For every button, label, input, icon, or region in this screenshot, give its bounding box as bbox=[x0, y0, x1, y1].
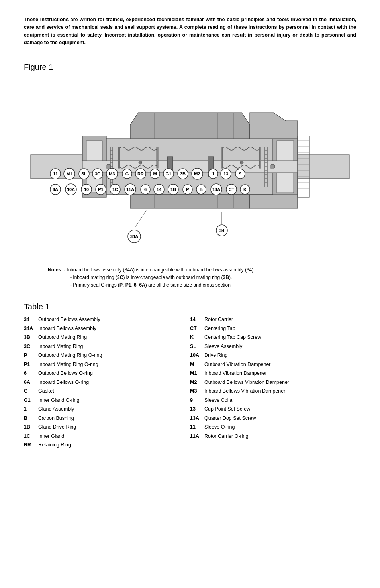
part-desc: Inner Gland O-ring bbox=[38, 397, 80, 404]
part-desc: Cup Point Set Screw bbox=[204, 406, 250, 413]
table-row: 11ARotor Carrier O-ring bbox=[190, 433, 348, 440]
part-desc: Carbon Bushing bbox=[38, 415, 74, 422]
part-desc: Centering Tab Cap Screw bbox=[204, 334, 261, 341]
svg-text:P: P bbox=[186, 187, 189, 192]
part-desc: Gasket bbox=[38, 388, 54, 395]
part-id: K bbox=[190, 334, 204, 341]
part-id: P1 bbox=[24, 361, 38, 368]
svg-text:M3: M3 bbox=[109, 171, 115, 176]
parts-table: 34Outboard Bellows Assembly34AInboard Be… bbox=[24, 316, 356, 451]
table-row: 1BGland Drive Ring bbox=[24, 424, 182, 431]
part-id: G bbox=[24, 388, 38, 395]
table-row: 6Outboard Bellows O-ring bbox=[24, 370, 182, 377]
warning-text: These instructions are written for train… bbox=[24, 16, 356, 47]
svg-text:M: M bbox=[153, 171, 157, 176]
svg-text:G: G bbox=[125, 171, 129, 176]
table-row: CTCentering Tab bbox=[190, 325, 348, 332]
svg-line-60 bbox=[134, 210, 146, 228]
part-desc: Inboard Mating Ring O-ring bbox=[38, 361, 98, 368]
notes-section: Notes: - Inboard bellows assembly (34A) … bbox=[24, 266, 356, 289]
table-row: 1CInner Gland bbox=[24, 433, 182, 440]
table-row: 3CInboard Mating Ring bbox=[24, 343, 182, 350]
svg-point-27 bbox=[270, 164, 275, 169]
note-line-3: - Primary seal O-rings (P, P1, 6, 6A) ar… bbox=[70, 281, 356, 289]
table-row: MOutboard Vibration Dampener bbox=[190, 361, 348, 368]
part-id: G1 bbox=[24, 397, 38, 404]
part-desc: Inboard Mating Ring bbox=[38, 343, 83, 350]
part-desc: Rotor Carrier O-ring bbox=[204, 433, 248, 440]
svg-text:B: B bbox=[200, 187, 203, 192]
part-desc: Sleeve Collar bbox=[204, 397, 234, 404]
part-id: 6 bbox=[24, 370, 38, 377]
part-desc: Inner Gland bbox=[38, 433, 64, 440]
part-id: B bbox=[24, 415, 38, 422]
svg-text:34: 34 bbox=[219, 228, 225, 233]
table-row: 1Gland Assembly bbox=[24, 406, 182, 413]
part-desc: Quarter Dog Set Screw bbox=[204, 415, 256, 422]
part-desc: Retaining Ring bbox=[38, 442, 71, 449]
part-desc: Inboard Vibration Dampener bbox=[204, 370, 267, 377]
part-desc: Outboard Bellows Assembly bbox=[38, 316, 100, 323]
part-id: M2 bbox=[190, 379, 204, 386]
table-row: P1Inboard Mating Ring O-ring bbox=[24, 361, 182, 368]
svg-rect-23 bbox=[157, 147, 158, 168]
table-row: 9Sleeve Collar bbox=[190, 397, 348, 404]
table-row: 3BOutboard Mating Ring bbox=[24, 334, 182, 341]
table-section: Table 1 34Outboard Bellows Assembly34AIn… bbox=[24, 299, 356, 451]
part-desc: Outboard Bellows O-ring bbox=[38, 370, 93, 377]
part-id: 34A bbox=[24, 325, 38, 332]
part-id: RR bbox=[24, 442, 38, 449]
table-row: RRRetaining Ring bbox=[24, 442, 182, 449]
diagram-container: 11 M1 SL 3C M3 G RR M G1 bbox=[24, 75, 356, 258]
table-row: 13AQuarter Dog Set Screw bbox=[190, 415, 348, 422]
svg-text:CT: CT bbox=[229, 187, 235, 192]
part-id: SL bbox=[190, 343, 204, 350]
part-id: CT bbox=[190, 325, 204, 332]
svg-text:11A: 11A bbox=[126, 187, 134, 192]
notes-title: Notes bbox=[48, 267, 61, 273]
part-id: 6A bbox=[24, 379, 38, 386]
table-row: 6AInboard Bellows O-ring bbox=[24, 379, 182, 386]
table-row: POutboard Mating Ring O-ring bbox=[24, 352, 182, 359]
part-desc: Sleeve O-ring bbox=[204, 424, 235, 431]
part-id: 10A bbox=[190, 352, 204, 359]
part-id: 11 bbox=[190, 424, 204, 431]
part-id: M3 bbox=[190, 388, 204, 395]
table-row: 34Outboard Bellows Assembly bbox=[24, 316, 182, 323]
parts-col-right: 14Rotor CarrierCTCentering TabKCentering… bbox=[190, 316, 356, 451]
part-desc: Gland Assembly bbox=[38, 406, 74, 413]
table-row: GGasket bbox=[24, 388, 182, 395]
svg-text:P1: P1 bbox=[98, 187, 103, 192]
part-desc: Gland Drive Ring bbox=[38, 424, 76, 431]
part-id: 3C bbox=[24, 343, 38, 350]
part-id: M bbox=[190, 361, 204, 368]
svg-text:3B: 3B bbox=[180, 171, 186, 176]
part-id: 34 bbox=[24, 316, 38, 323]
svg-rect-21 bbox=[259, 147, 261, 168]
part-desc: Drive Ring bbox=[204, 352, 227, 359]
part-desc: Centering Tab bbox=[204, 325, 235, 332]
part-desc: Outboard Bellows Vibration Dampener bbox=[204, 379, 289, 386]
part-desc: Outboard Mating Ring O-ring bbox=[38, 352, 102, 359]
table-row: 10ADrive Ring bbox=[190, 352, 348, 359]
table-label: Table 1 bbox=[24, 302, 356, 311]
svg-text:10A: 10A bbox=[67, 187, 75, 192]
svg-text:M2: M2 bbox=[194, 171, 200, 176]
table-row: M1Inboard Vibration Dampener bbox=[190, 370, 348, 377]
table-row: SLSleeve Assembly bbox=[190, 343, 348, 350]
figure-section: Figure 1 bbox=[24, 59, 356, 258]
table-row: M2Outboard Bellows Vibration Dampener bbox=[190, 379, 348, 386]
svg-rect-1 bbox=[298, 155, 349, 179]
svg-text:RR: RR bbox=[137, 171, 144, 176]
svg-text:1C: 1C bbox=[112, 187, 118, 192]
part-id: 9 bbox=[190, 397, 204, 404]
part-desc: Inboard Bellows Vibration Dampener bbox=[204, 388, 285, 395]
svg-text:11: 11 bbox=[53, 171, 58, 176]
svg-text:1: 1 bbox=[212, 171, 214, 176]
svg-text:G1: G1 bbox=[166, 171, 172, 176]
part-id: 3B bbox=[24, 334, 38, 341]
note-line-1: Notes: - Inboard bellows assembly (34A) … bbox=[48, 266, 356, 274]
table-row: 34AInboard Bellows Assembly bbox=[24, 325, 182, 332]
part-id: 1C bbox=[24, 433, 38, 440]
table-row: 13Cup Point Set Screw bbox=[190, 406, 348, 413]
